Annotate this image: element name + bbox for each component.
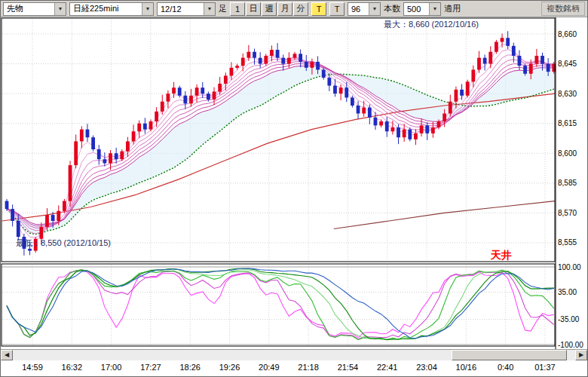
date-value: 12/12 bbox=[161, 5, 204, 14]
period-button-group: 1 日 週 月 分 bbox=[230, 2, 308, 16]
time-label: 19:26 bbox=[219, 363, 240, 372]
svg-text:8,645: 8,645 bbox=[558, 60, 577, 68]
period-label: 足 bbox=[219, 3, 227, 14]
time-label: 16:32 bbox=[62, 363, 83, 372]
svg-text:8,555: 8,555 bbox=[558, 238, 577, 247]
time-label: 22:41 bbox=[377, 363, 398, 372]
time-label: 17:27 bbox=[140, 363, 161, 372]
instrument-value: 先物 bbox=[7, 3, 54, 14]
period-button-week[interactable]: 週 bbox=[262, 2, 277, 16]
scroll-left-button[interactable]: ◀ bbox=[1, 350, 13, 360]
chevron-down-icon[interactable]: ▼ bbox=[204, 3, 215, 15]
date-select[interactable]: 12/12 ▼ bbox=[157, 2, 216, 16]
bar-count-value: 96 bbox=[351, 5, 369, 14]
time-label: 01:37 bbox=[534, 363, 556, 372]
svg-text:8,585: 8,585 bbox=[558, 179, 577, 187]
time-label: 21:54 bbox=[338, 363, 359, 372]
max-price-annotation: 最大：8,660 (2012/10/16) bbox=[384, 20, 479, 29]
apply-button[interactable]: 適用 bbox=[444, 3, 461, 14]
svg-text:8,630: 8,630 bbox=[558, 90, 577, 98]
svg-text:8,660: 8,660 bbox=[558, 30, 577, 38]
range-select[interactable]: 500 ▼ bbox=[403, 2, 441, 16]
chevron-down-icon[interactable]: ▼ bbox=[429, 3, 440, 15]
period-button-day[interactable]: 日 bbox=[246, 2, 261, 16]
time-label: 21:18 bbox=[298, 363, 319, 372]
bar-count-select[interactable]: 96 ▼ bbox=[348, 2, 381, 16]
symbol-select[interactable]: 日経225mini ▼ bbox=[69, 2, 154, 16]
time-label: 17:00 bbox=[101, 363, 122, 372]
svg-text:8,600: 8,600 bbox=[558, 149, 577, 158]
svg-text:-35.00: -35.00 bbox=[558, 315, 580, 323]
chart-area[interactable]: 8,6608,6458,6308,6158,6008,5858,5708,555… bbox=[1, 17, 587, 349]
scrollbar-track[interactable] bbox=[13, 350, 575, 360]
chevron-down-icon[interactable]: ▼ bbox=[369, 3, 380, 15]
chevron-down-icon[interactable]: ▼ bbox=[142, 3, 153, 15]
svg-text:8,570: 8,570 bbox=[558, 209, 577, 217]
period-button-minute[interactable]: 分 bbox=[293, 2, 308, 16]
tick-button-active[interactable]: T bbox=[311, 2, 326, 16]
time-label: 10/16 bbox=[456, 363, 477, 372]
time-label: 0:40 bbox=[498, 363, 513, 372]
svg-text:8,615: 8,615 bbox=[558, 119, 577, 127]
time-label: 14:59 bbox=[22, 363, 43, 372]
time-label: 18:26 bbox=[179, 363, 201, 372]
chart-scrollbar[interactable]: ◀ ▶ bbox=[1, 349, 587, 360]
scrollbar-thumb[interactable] bbox=[452, 350, 567, 360]
symbol-value: 日経225mini bbox=[73, 3, 142, 14]
svg-text:100.00: 100.00 bbox=[558, 263, 581, 271]
range-value: 500 bbox=[407, 5, 429, 14]
period-button-month[interactable]: 月 bbox=[277, 2, 292, 16]
instrument-select[interactable]: 先物 ▼ bbox=[3, 2, 66, 16]
toolbar: 先物 ▼ 日経225mini ▼ 12/12 ▼ 足 1 日 週 月 分 T T… bbox=[1, 1, 587, 17]
ceiling-signal-label: 天井 bbox=[490, 249, 512, 261]
min-price-annotation: 最低：8,550 (2012/10/15) bbox=[16, 238, 111, 247]
chevron-down-icon[interactable]: ▼ bbox=[54, 3, 66, 15]
multi-symbol-button[interactable]: 複数銘柄 bbox=[541, 2, 585, 16]
chart-application-window: 先物 ▼ 日経225mini ▼ 12/12 ▼ 足 1 日 週 月 分 T T… bbox=[0, 0, 588, 377]
bar-count-label: 本数 bbox=[384, 3, 400, 14]
time-label: 23:04 bbox=[416, 363, 437, 372]
time-label: 20:49 bbox=[259, 363, 280, 372]
scroll-right-button[interactable]: ▶ bbox=[575, 350, 587, 360]
svg-text:35.00: 35.00 bbox=[558, 288, 577, 296]
time-axis: 14:5916:3217:0017:2718:2619:2620:4921:18… bbox=[1, 360, 587, 376]
svg-text:-100.00: -100.00 bbox=[558, 341, 583, 349]
period-button-1[interactable]: 1 bbox=[230, 2, 245, 16]
candlestick-chart[interactable]: 8,6608,6458,6308,6158,6008,5858,5708,555… bbox=[1, 17, 587, 349]
tick-button[interactable]: T bbox=[329, 2, 345, 16]
